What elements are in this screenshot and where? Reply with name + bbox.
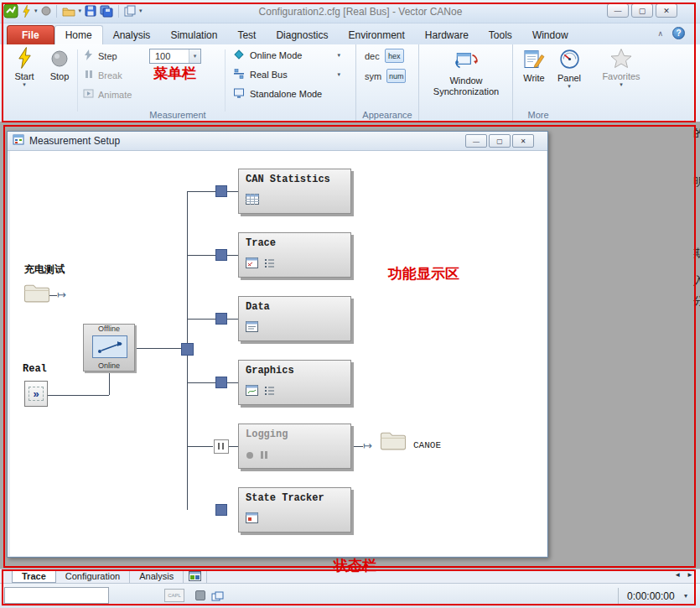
- logging-file-label: CANOE: [413, 440, 441, 450]
- save-all-icon[interactable]: [100, 3, 113, 19]
- step-count-spinner[interactable]: 100 ▾: [149, 49, 201, 64]
- capl-status-icon: CAPL: [164, 589, 184, 602]
- real-bus-icon: [233, 68, 245, 81]
- tab-configuration-bottom[interactable]: Configuration: [56, 569, 130, 583]
- real-bus-node-button[interactable]: »: [24, 381, 48, 407]
- maximize-button[interactable]: ▢: [631, 3, 653, 18]
- minimize-button[interactable]: —: [607, 3, 629, 18]
- standalone-mode-button[interactable]: Standalone Mode: [233, 87, 340, 101]
- online-offline-switch[interactable]: Offline Online: [83, 324, 135, 372]
- block-trace[interactable]: Trace: [238, 232, 351, 278]
- tab-home[interactable]: Home: [54, 25, 103, 44]
- sym-button[interactable]: sym: [365, 71, 381, 81]
- group-measurement: Start ▾ Stop Step 100 ▾: [0, 44, 356, 122]
- start-caret-icon: ▾: [23, 82, 26, 86]
- start-button[interactable]: Start ▾: [7, 47, 42, 86]
- tab-diagnostics[interactable]: Diagnostics: [266, 25, 338, 44]
- stop-button[interactable]: Stop: [44, 49, 75, 81]
- block-label: State Tracker: [246, 492, 344, 504]
- panel-label: Panel: [557, 73, 581, 83]
- tab-tools[interactable]: Tools: [479, 25, 522, 44]
- step-label: Step: [98, 51, 117, 61]
- help-icon[interactable]: ?: [672, 27, 685, 39]
- measurement-time: 0:00:00:00: [627, 590, 675, 602]
- online-mode-button[interactable]: Online Mode ▾: [233, 49, 340, 62]
- open-file-icon[interactable]: [62, 3, 75, 19]
- close-button[interactable]: ✕: [656, 3, 677, 18]
- child-close-button[interactable]: ✕: [512, 134, 534, 148]
- data-window-icon: [246, 320, 258, 335]
- quick-stop-icon[interactable]: [41, 3, 51, 19]
- window-sync-icon: [453, 48, 480, 73]
- real-bus-button[interactable]: Real Bus ▾: [233, 68, 340, 81]
- tab-trace-bottom[interactable]: Trace: [12, 569, 56, 583]
- block-data[interactable]: Data: [238, 296, 351, 341]
- status-gray-icon: [195, 590, 205, 600]
- record-dot-icon: [246, 448, 254, 463]
- group-label-more: More: [521, 110, 555, 120]
- tab-file[interactable]: File: [7, 25, 54, 44]
- panel-button[interactable]: Panel ▾: [552, 48, 586, 88]
- status-windows-icon[interactable]: [211, 590, 224, 605]
- copy-config-icon[interactable]: [124, 3, 136, 19]
- num-button[interactable]: num: [386, 69, 406, 83]
- online-mode-icon: [233, 49, 245, 62]
- quick-start-caret-icon[interactable]: ▾: [34, 8, 38, 14]
- tab-environment[interactable]: Environment: [338, 25, 414, 44]
- status-search-input[interactable]: [4, 587, 109, 604]
- switch-online-label: Online: [84, 361, 134, 370]
- dec-button[interactable]: dec: [365, 51, 380, 61]
- block-can-statistics[interactable]: CAN Statistics: [238, 169, 351, 214]
- time-caret-icon[interactable]: ▾: [684, 592, 687, 600]
- break-button[interactable]: Break: [83, 69, 122, 81]
- online-mode-label: Online Mode: [250, 50, 302, 60]
- animate-button[interactable]: Animate: [83, 88, 132, 101]
- edge-text-fragment: 分: [693, 294, 700, 309]
- tab-scroll-left-icon[interactable]: ◄: [674, 571, 681, 579]
- write-icon: [523, 48, 545, 72]
- tab-analysis-bottom[interactable]: Analysis: [130, 569, 184, 583]
- tab-scroll-right-icon[interactable]: ►: [687, 571, 693, 579]
- tab-analysis[interactable]: Analysis: [103, 25, 161, 44]
- favorites-label: Favorites: [602, 71, 640, 81]
- pause-bars-icon: [260, 448, 268, 463]
- edge-text-fragment: 期: [693, 246, 700, 261]
- open-file-caret-icon[interactable]: ▾: [79, 8, 82, 14]
- online-mode-caret-icon: ▾: [337, 52, 340, 59]
- tab-window[interactable]: Window: [522, 25, 578, 44]
- qat-options-caret-icon[interactable]: ▾: [139, 8, 143, 14]
- block-logging[interactable]: Logging: [238, 424, 351, 469]
- quick-start-icon[interactable]: [22, 3, 31, 19]
- write-button[interactable]: Write: [517, 48, 551, 83]
- source-node-label: 充电测试: [24, 262, 65, 277]
- real-bus-caret-icon: ▾: [337, 71, 340, 78]
- canoe-app-icon[interactable]: [3, 3, 18, 19]
- block-state-tracker[interactable]: State Tracker: [238, 487, 351, 533]
- group-label-measurement: Measurement: [0, 110, 355, 120]
- tab-test[interactable]: Test: [227, 25, 266, 44]
- block-label: Data: [246, 301, 344, 313]
- group-more: Write Panel ▾ Favorites ▾ More: [513, 44, 700, 122]
- block-label: CAN Statistics: [246, 174, 344, 185]
- logging-file-folder-icon[interactable]: [379, 429, 407, 455]
- save-icon[interactable]: [85, 3, 96, 19]
- tab-hardware[interactable]: Hardware: [415, 25, 479, 44]
- block-graphics[interactable]: Graphics: [238, 360, 351, 405]
- step-button[interactable]: Step: [83, 49, 117, 62]
- edge-text-fragment: 的: [693, 126, 700, 141]
- hex-button[interactable]: hex: [385, 49, 404, 63]
- favorites-button[interactable]: Favorites ▾: [603, 48, 640, 86]
- collapse-ribbon-icon[interactable]: ∧: [657, 29, 663, 38]
- animate-icon: [83, 88, 94, 101]
- start-label: Start: [14, 71, 34, 81]
- measurement-setup-canvas[interactable]: 充电测试 ↦ Offline Online Real »: [10, 151, 547, 556]
- tab-simulation[interactable]: Simulation: [160, 25, 227, 44]
- source-folder-icon[interactable]: [23, 281, 51, 308]
- tab-desktop-icon[interactable]: [184, 569, 207, 583]
- measurement-setup-icon: [13, 134, 24, 148]
- window-sync-button[interactable]: Window Synchronization: [419, 48, 513, 97]
- child-restore-button[interactable]: ▢: [489, 134, 511, 148]
- switch-icon[interactable]: [92, 335, 127, 358]
- step-count-caret-icon[interactable]: ▾: [189, 49, 200, 63]
- child-minimize-button[interactable]: —: [465, 134, 487, 148]
